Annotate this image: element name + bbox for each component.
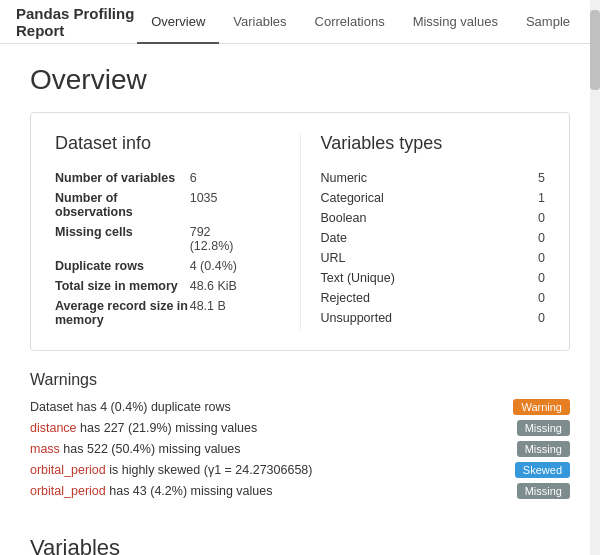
var-value: 5 bbox=[526, 168, 545, 188]
info-label: Total size in memory bbox=[55, 276, 190, 296]
nav-correlations[interactable]: Correlations bbox=[301, 0, 399, 44]
dataset-info-table: Number of variables 6 Number of observat… bbox=[55, 168, 280, 330]
badge-skewed: Skewed bbox=[515, 462, 570, 478]
table-row: Unsupported 0 bbox=[321, 308, 546, 328]
variables-types-section: Variables types Numeric 5 Categorical 1 bbox=[300, 133, 546, 330]
table-row: Number of observations 1035 bbox=[55, 188, 280, 222]
warning-row: orbital_period is highly skewed (γ1 = 24… bbox=[30, 462, 570, 478]
table-row: Number of variables 6 bbox=[55, 168, 280, 188]
table-row: Rejected 0 bbox=[321, 288, 546, 308]
badge-missing: Missing bbox=[517, 441, 570, 457]
warning-text: Dataset has 4 (0.4%) duplicate rows bbox=[30, 400, 231, 414]
nav: Overview Variables Correlations Missing … bbox=[137, 0, 584, 44]
table-row: URL 0 bbox=[321, 248, 546, 268]
variables-section-title: Variables bbox=[30, 519, 570, 555]
varname: orbital_period bbox=[30, 463, 106, 477]
variables-types-table: Numeric 5 Categorical 1 Boolean 0 bbox=[321, 168, 546, 328]
warning-message: has 522 (50.4%) missing values bbox=[63, 442, 240, 456]
dataset-info-title: Dataset info bbox=[55, 133, 280, 154]
header: Pandas Profiling Report Overview Variabl… bbox=[0, 0, 600, 44]
var-label: Text (Unique) bbox=[321, 268, 526, 288]
var-value: 0 bbox=[526, 308, 545, 328]
dataset-info-section: Dataset info Number of variables 6 Numbe… bbox=[55, 133, 300, 330]
info-label: Number of observations bbox=[55, 188, 190, 222]
var-value: 0 bbox=[526, 268, 545, 288]
var-label: URL bbox=[321, 248, 526, 268]
warning-message: Dataset has 4 (0.4%) duplicate rows bbox=[30, 400, 231, 414]
warning-text: orbital_period has 43 (4.2%) missing val… bbox=[30, 484, 273, 498]
varname: orbital_period bbox=[30, 484, 106, 498]
warning-row: orbital_period has 43 (4.2%) missing val… bbox=[30, 483, 570, 499]
var-value: 1 bbox=[526, 188, 545, 208]
table-row: Text (Unique) 0 bbox=[321, 268, 546, 288]
badge-warning: Warning bbox=[513, 399, 570, 415]
warning-row: Dataset has 4 (0.4%) duplicate rows Warn… bbox=[30, 399, 570, 415]
info-value: 48.6 KiB bbox=[190, 276, 280, 296]
info-label: Missing cells bbox=[55, 222, 190, 256]
var-label: Boolean bbox=[321, 208, 526, 228]
warning-message: is highly skewed (γ1 = 24.27306658) bbox=[109, 463, 312, 477]
var-label: Unsupported bbox=[321, 308, 526, 328]
var-value: 0 bbox=[526, 248, 545, 268]
var-label: Date bbox=[321, 228, 526, 248]
nav-overview[interactable]: Overview bbox=[137, 0, 219, 44]
var-value: 0 bbox=[526, 288, 545, 308]
warning-row: mass has 522 (50.4%) missing values Miss… bbox=[30, 441, 570, 457]
badge-missing: Missing bbox=[517, 483, 570, 499]
table-row: Categorical 1 bbox=[321, 188, 546, 208]
warning-text: orbital_period is highly skewed (γ1 = 24… bbox=[30, 463, 313, 477]
warning-text: mass has 522 (50.4%) missing values bbox=[30, 442, 241, 456]
table-row: Boolean 0 bbox=[321, 208, 546, 228]
info-value: 792(12.8%) bbox=[190, 222, 280, 256]
overview-card: Dataset info Number of variables 6 Numbe… bbox=[30, 112, 570, 351]
warnings-section: Warnings Dataset has 4 (0.4%) duplicate … bbox=[30, 371, 570, 499]
badge-missing: Missing bbox=[517, 420, 570, 436]
nav-missing-values[interactable]: Missing values bbox=[399, 0, 512, 44]
warnings-title: Warnings bbox=[30, 371, 570, 389]
table-row: Date 0 bbox=[321, 228, 546, 248]
nav-variables[interactable]: Variables bbox=[219, 0, 300, 44]
warning-text: distance has 227 (21.9%) missing values bbox=[30, 421, 257, 435]
info-value: 48.1 B bbox=[190, 296, 280, 330]
main-content: Overview Dataset info Number of variable… bbox=[0, 44, 600, 555]
app-title: Pandas Profiling Report bbox=[16, 5, 137, 39]
varname: mass bbox=[30, 442, 60, 456]
table-row: Average record size in memory 48.1 B bbox=[55, 296, 280, 330]
var-label: Numeric bbox=[321, 168, 526, 188]
info-value: 4 (0.4%) bbox=[190, 256, 280, 276]
var-value: 0 bbox=[526, 228, 545, 248]
variables-types-title: Variables types bbox=[321, 133, 546, 154]
table-row: Duplicate rows 4 (0.4%) bbox=[55, 256, 280, 276]
warning-message: has 43 (4.2%) missing values bbox=[109, 484, 272, 498]
table-row: Missing cells 792(12.8%) bbox=[55, 222, 280, 256]
info-label: Number of variables bbox=[55, 168, 190, 188]
warning-message: has 227 (21.9%) missing values bbox=[80, 421, 257, 435]
table-row: Total size in memory 48.6 KiB bbox=[55, 276, 280, 296]
card-inner: Dataset info Number of variables 6 Numbe… bbox=[55, 133, 545, 330]
info-value: 6 bbox=[190, 168, 280, 188]
info-label: Average record size in memory bbox=[55, 296, 190, 330]
info-value: 1035 bbox=[190, 188, 280, 222]
table-row: Numeric 5 bbox=[321, 168, 546, 188]
var-value: 0 bbox=[526, 208, 545, 228]
info-label: Duplicate rows bbox=[55, 256, 190, 276]
nav-sample[interactable]: Sample bbox=[512, 0, 584, 44]
varname: distance bbox=[30, 421, 77, 435]
warning-row: distance has 227 (21.9%) missing values … bbox=[30, 420, 570, 436]
page-title: Overview bbox=[30, 44, 570, 112]
var-label: Categorical bbox=[321, 188, 526, 208]
var-label: Rejected bbox=[321, 288, 526, 308]
